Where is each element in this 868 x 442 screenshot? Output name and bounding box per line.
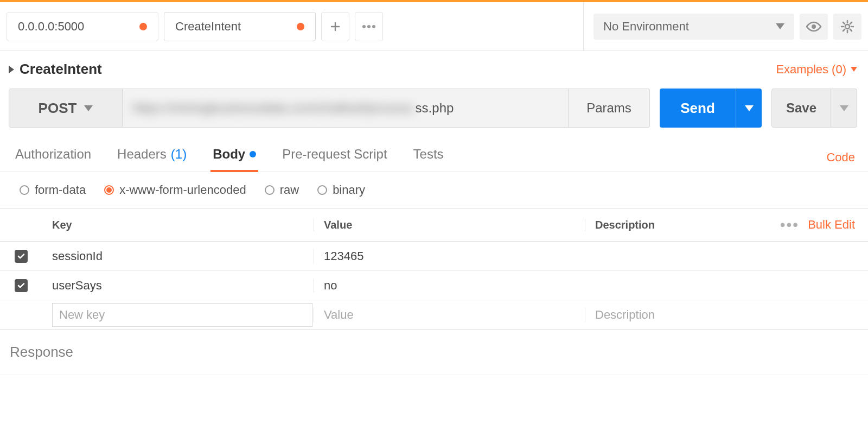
- params-button[interactable]: Params: [568, 89, 649, 127]
- bulk-edit-link[interactable]: Bulk Edit: [808, 218, 855, 232]
- svg-point-4: [845, 24, 850, 29]
- send-button[interactable]: Send: [660, 89, 736, 128]
- request-section-tabs: Authorization Headers (1) Body Pre-reque…: [0, 141, 868, 172]
- tab-authorization[interactable]: Authorization: [13, 143, 93, 172]
- new-description-input[interactable]: Description: [585, 308, 868, 322]
- radio-binary[interactable]: binary: [317, 183, 365, 197]
- save-group: Save: [771, 89, 857, 128]
- chevron-down-icon: [84, 105, 93, 111]
- send-dropdown[interactable]: [736, 89, 762, 128]
- row-checkbox[interactable]: [0, 250, 42, 263]
- eye-icon: [806, 21, 822, 32]
- radio-urlencoded[interactable]: x-www-form-urlencoded: [104, 183, 246, 197]
- kv-options-button[interactable]: •••: [780, 216, 799, 233]
- response-section-header: Response: [0, 329, 868, 375]
- chevron-down-icon: [840, 105, 848, 111]
- row-value[interactable]: no: [314, 279, 585, 293]
- code-link[interactable]: Code: [826, 150, 855, 165]
- request-title: CreateIntent: [20, 61, 102, 78]
- radio-form-data[interactable]: form-data: [20, 183, 86, 197]
- svg-point-0: [362, 25, 366, 28]
- svg-point-3: [812, 24, 816, 29]
- row-checkbox[interactable]: [0, 279, 42, 292]
- body-type-radios: form-data x-www-form-urlencoded raw bina…: [0, 172, 868, 208]
- gear-icon: [840, 20, 854, 34]
- ellipsis-icon: [362, 24, 376, 29]
- check-icon: [17, 281, 25, 290]
- chevron-down-icon: [776, 23, 784, 29]
- request-builder: POST https://miningbusinessdata.com/chat…: [0, 83, 868, 141]
- kv-row: sessionId 123465: [0, 242, 868, 271]
- check-icon: [17, 252, 25, 261]
- caret-down-icon: [851, 67, 857, 72]
- url-tail: ss.php: [416, 100, 454, 116]
- new-tab-button[interactable]: [321, 12, 349, 41]
- chevron-down-icon: [745, 105, 754, 111]
- save-dropdown[interactable]: [831, 89, 857, 128]
- radio-icon: [317, 185, 327, 195]
- svg-point-1: [367, 25, 371, 28]
- svg-point-2: [372, 25, 375, 28]
- kv-table-header: Key Value Description ••• Bulk Edit: [0, 208, 868, 242]
- http-method-label: POST: [39, 100, 77, 117]
- settings-button[interactable]: [833, 14, 861, 40]
- url-redacted: https://miningbusinessdata.com/chatfuel/…: [132, 100, 413, 116]
- tab-prerequest-script[interactable]: Pre-request Script: [280, 143, 389, 172]
- environment-preview-button[interactable]: [800, 14, 828, 40]
- environment-select[interactable]: No Environment: [593, 14, 794, 40]
- plus-icon: [330, 22, 340, 31]
- unsaved-dot-icon: [297, 23, 304, 30]
- new-key-input[interactable]: New key: [42, 303, 314, 327]
- row-key[interactable]: userSays: [42, 279, 314, 293]
- tab-headers[interactable]: Headers (1): [115, 143, 189, 172]
- radio-selected-icon: [104, 185, 114, 195]
- body-dot-icon: [250, 151, 256, 157]
- tab-overflow-button[interactable]: [355, 12, 383, 41]
- col-description: Description: [585, 219, 780, 231]
- top-strip: 0.0.0.0:5000 CreateIntent No Environment: [0, 2, 868, 51]
- params-label: Params: [586, 100, 631, 116]
- collapse-caret-icon[interactable]: [9, 66, 14, 73]
- environment-label: No Environment: [603, 20, 689, 34]
- examples-label: Examples (0): [776, 62, 846, 77]
- new-value-input[interactable]: Value: [314, 308, 585, 322]
- unsaved-dot-icon: [139, 23, 147, 30]
- request-title-bar: CreateIntent Examples (0): [0, 51, 868, 83]
- tab-label: CreateIntent: [175, 20, 241, 34]
- tab-request-0[interactable]: 0.0.0.0:5000: [7, 12, 158, 41]
- url-input[interactable]: https://miningbusinessdata.com/chatfuel/…: [123, 89, 568, 127]
- tab-tests[interactable]: Tests: [411, 143, 446, 172]
- radio-icon: [20, 185, 29, 195]
- headers-count: (1): [171, 147, 187, 162]
- save-button[interactable]: Save: [771, 89, 831, 128]
- examples-dropdown[interactable]: Examples (0): [776, 62, 857, 77]
- col-key: Key: [42, 219, 314, 231]
- save-label: Save: [786, 100, 816, 116]
- row-key[interactable]: sessionId: [42, 249, 314, 263]
- send-group: Send: [660, 89, 762, 128]
- radio-icon: [265, 185, 275, 195]
- kv-new-row: New key Value Description: [0, 300, 868, 330]
- http-method-select[interactable]: POST: [9, 89, 123, 128]
- url-field-wrap: https://miningbusinessdata.com/chatfuel/…: [123, 89, 650, 128]
- col-value: Value: [314, 219, 585, 231]
- tab-label: 0.0.0.0:5000: [18, 20, 84, 34]
- radio-raw[interactable]: raw: [265, 183, 299, 197]
- request-tabs: 0.0.0.0:5000 CreateIntent: [7, 12, 573, 41]
- kv-row: userSays no: [0, 271, 868, 300]
- row-value[interactable]: 123465: [314, 249, 585, 263]
- tab-request-1[interactable]: CreateIntent: [164, 12, 316, 41]
- tab-body[interactable]: Body: [210, 143, 258, 172]
- divider: [583, 2, 584, 51]
- send-label: Send: [680, 100, 715, 117]
